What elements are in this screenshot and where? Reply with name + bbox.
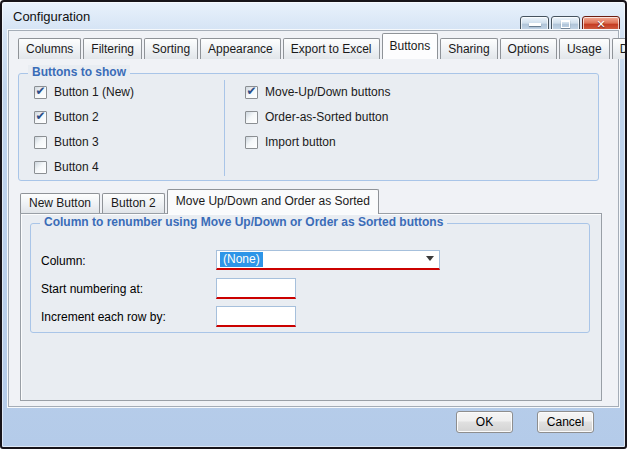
checkbox-icon: ✔ <box>245 111 258 124</box>
checkbox-icon: ✔ <box>34 111 47 124</box>
close-icon: ✕ <box>596 19 605 30</box>
groupbox-title: Column to renumber using Move Up/Down or… <box>40 215 447 229</box>
groupbox-title: Buttons to show <box>28 65 130 79</box>
start-numbering-at-label: Start numbering at: <box>41 282 143 296</box>
subtab-new-button[interactable]: New Button <box>20 193 100 213</box>
tab-appearance[interactable]: Appearance <box>200 38 281 59</box>
tab-sharing[interactable]: Sharing <box>440 38 497 59</box>
start-numbering-at-input[interactable] <box>216 278 296 299</box>
tab-usage[interactable]: Usage <box>559 38 610 59</box>
checkbox-button-4[interactable]: ✔ Button 4 <box>34 160 99 174</box>
subtab-move-up-down-and-order-as-sorted[interactable]: Move Up/Down and Order as Sorted <box>167 189 379 214</box>
checkbox-label: Button 3 <box>54 135 99 149</box>
checkbox-button-3[interactable]: ✔ Button 3 <box>34 135 99 149</box>
checkbox-icon: ✔ <box>245 86 258 99</box>
tab-filtering[interactable]: Filtering <box>83 38 142 59</box>
increment-each-row-by-input[interactable] <box>216 306 296 327</box>
dropdown-selected-value: (None) <box>220 252 263 267</box>
configuration-dialog: Configuration ✕ Columns Filtering Sortin… <box>0 0 627 449</box>
tab-buttons[interactable]: Buttons <box>382 33 439 59</box>
button-config-tab-strip: New Button Button 2 Move Up/Down and Ord… <box>20 187 379 213</box>
column-dropdown[interactable]: (None) <box>216 250 440 270</box>
chevron-down-icon[interactable] <box>426 256 434 261</box>
checkbox-label: Order-as-Sorted button <box>265 110 388 124</box>
checkbox-button-1-new[interactable]: ✔ Button 1 (New) <box>34 85 134 99</box>
checkbox-icon: ✔ <box>34 86 47 99</box>
checkbox-label: Import button <box>265 135 336 149</box>
column-label: Column: <box>41 254 86 268</box>
buttons-to-show-groupbox: Buttons to show ✔ Button 1 (New) ✔ Butto… <box>18 73 599 181</box>
column-divider <box>224 80 225 176</box>
checkbox-icon: ✔ <box>34 161 47 174</box>
ok-button[interactable]: OK <box>456 411 513 433</box>
checkbox-move-up-down-buttons[interactable]: ✔ Move-Up/Down buttons <box>245 85 390 99</box>
tab-description[interactable]: Description <box>612 38 627 59</box>
checkbox-order-as-sorted-button[interactable]: ✔ Order-as-Sorted button <box>245 110 388 124</box>
minimize-icon <box>529 23 541 26</box>
subtab-button-2[interactable]: Button 2 <box>102 193 165 213</box>
checkbox-icon: ✔ <box>245 136 258 149</box>
increment-each-row-by-label: Increment each row by: <box>41 310 166 324</box>
tab-export-to-excel[interactable]: Export to Excel <box>283 38 380 59</box>
move-up-down-tab-page: Column to renumber using Move Up/Down or… <box>20 213 602 401</box>
main-tab-strip: Columns Filtering Sorting Appearance Exp… <box>18 33 627 59</box>
checkbox-label: Button 1 (New) <box>54 85 134 99</box>
tab-columns[interactable]: Columns <box>18 38 81 59</box>
maximize-icon <box>561 20 570 28</box>
checkbox-icon: ✔ <box>34 136 47 149</box>
cancel-button[interactable]: Cancel <box>537 411 594 433</box>
checkbox-label: Button 2 <box>54 110 99 124</box>
tab-options[interactable]: Options <box>500 38 557 59</box>
dialog-client-area: Columns Filtering Sorting Appearance Exp… <box>8 30 619 407</box>
checkbox-label: Move-Up/Down buttons <box>265 85 390 99</box>
checkbox-label: Button 4 <box>54 160 99 174</box>
column-renumber-groupbox: Column to renumber using Move Up/Down or… <box>30 223 590 333</box>
window-title: Configuration <box>13 9 90 24</box>
checkbox-button-2[interactable]: ✔ Button 2 <box>34 110 99 124</box>
tab-sorting[interactable]: Sorting <box>144 38 198 59</box>
checkbox-import-button[interactable]: ✔ Import button <box>245 135 336 149</box>
